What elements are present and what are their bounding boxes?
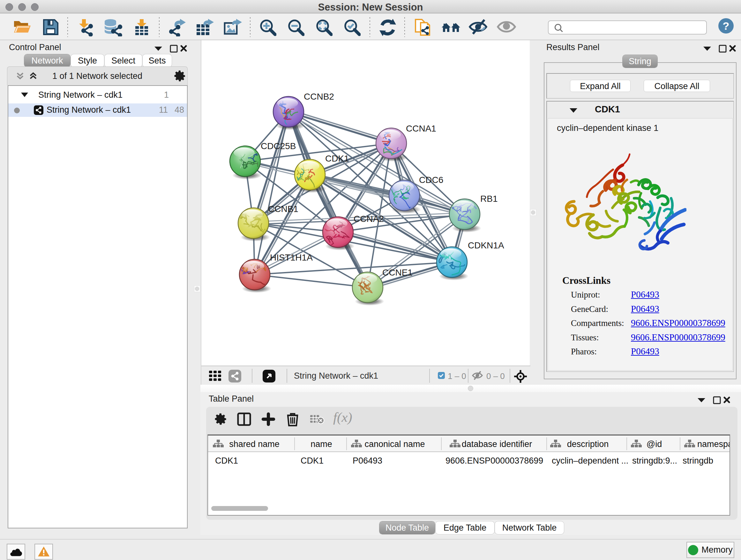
svg-text:CCNB2: CCNB2 xyxy=(304,91,334,102)
svg-text:CDKN1A: CDKN1A xyxy=(468,240,504,250)
svg-text:CDC6: CDC6 xyxy=(419,175,443,185)
svg-text:HIST1H1A: HIST1H1A xyxy=(270,253,313,262)
svg-text:CDC25B: CDC25B xyxy=(261,141,296,151)
svg-text:RB1: RB1 xyxy=(480,194,497,204)
svg-text:CCNE1: CCNE1 xyxy=(382,267,413,277)
svg-text:CCNA1: CCNA1 xyxy=(406,124,436,133)
svg-text:?: ? xyxy=(723,20,730,32)
svg-text:CCNB1: CCNB1 xyxy=(268,204,298,214)
svg-text:CDK1: CDK1 xyxy=(325,153,349,164)
svg-text:CCNA2: CCNA2 xyxy=(354,214,384,224)
